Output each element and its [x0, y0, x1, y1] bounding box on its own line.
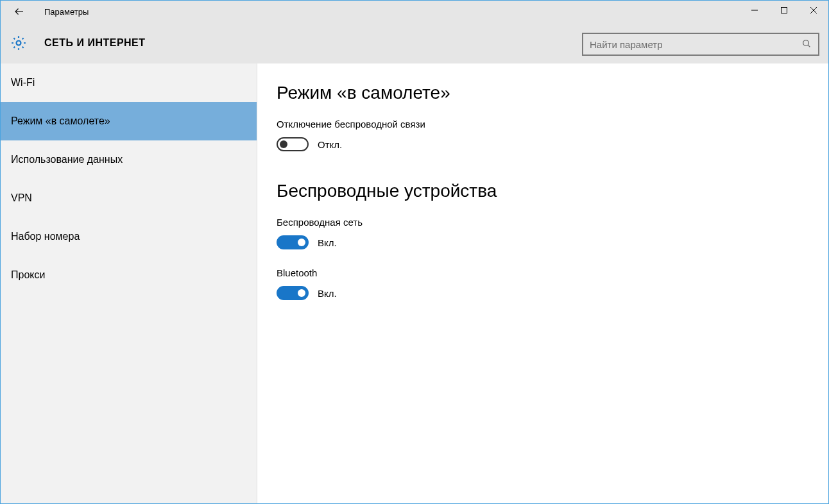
close-icon: [810, 6, 817, 14]
sidebar-item-dialup[interactable]: Набор номера: [1, 217, 257, 256]
bluetooth-toggle-row: Вкл.: [277, 286, 816, 300]
close-button[interactable]: [799, 1, 828, 20]
wireless-network-toggle-row: Вкл.: [277, 235, 816, 249]
sidebar-item-data-usage[interactable]: Использование данных: [1, 140, 257, 179]
sidebar: Wi-Fi Режим «в самолете» Использование д…: [1, 63, 257, 503]
sidebar-item-label: VPN: [11, 192, 32, 204]
svg-line-6: [808, 45, 810, 47]
airplane-toggle[interactable]: [277, 137, 309, 151]
section-title-wireless-devices: Беспроводные устройства: [277, 181, 816, 201]
maximize-icon: [780, 6, 788, 14]
sidebar-item-vpn[interactable]: VPN: [1, 179, 257, 217]
minimize-button[interactable]: [740, 1, 769, 20]
bluetooth-label: Bluetooth: [277, 267, 816, 278]
back-arrow-icon: [13, 6, 25, 17]
airplane-toggle-state: Откл.: [318, 139, 342, 150]
window-controls: [740, 1, 828, 20]
airplane-subtitle: Отключение беспроводной связи: [277, 119, 816, 130]
wireless-network-label: Беспроводная сеть: [277, 217, 816, 228]
bluetooth-toggle[interactable]: [277, 286, 309, 300]
sidebar-item-proxy[interactable]: Прокси: [1, 256, 257, 294]
airplane-toggle-row: Откл.: [277, 137, 816, 151]
sidebar-item-label: Набор номера: [11, 231, 80, 242]
header: Параметры СЕТЬ И ИНТЕРНЕТ: [1, 1, 828, 63]
minimize-icon: [751, 6, 758, 14]
search-icon: [801, 38, 812, 51]
svg-rect-1: [782, 8, 787, 13]
bluetooth-toggle-state: Вкл.: [318, 288, 337, 299]
search-input[interactable]: [590, 39, 801, 50]
titlebar: Параметры: [1, 1, 828, 22]
sidebar-item-wifi[interactable]: Wi-Fi: [1, 63, 257, 102]
sidebar-item-label: Прокси: [11, 269, 45, 281]
category-title: СЕТЬ И ИНТЕРНЕТ: [44, 37, 146, 49]
sidebar-item-label: Использование данных: [11, 154, 123, 165]
wireless-network-toggle-state: Вкл.: [318, 237, 337, 248]
search-box[interactable]: [582, 33, 819, 56]
sidebar-item-label: Wi-Fi: [11, 77, 35, 88]
gear-icon[interactable]: [10, 34, 28, 52]
wireless-network-toggle[interactable]: [277, 235, 309, 249]
sidebar-item-airplane-mode[interactable]: Режим «в самолете»: [1, 102, 257, 140]
back-button[interactable]: [10, 2, 29, 21]
svg-point-4: [17, 41, 21, 46]
maximize-button[interactable]: [769, 1, 799, 20]
content: Wi-Fi Режим «в самолете» Использование д…: [1, 63, 828, 503]
section-title-airplane: Режим «в самолете»: [277, 83, 816, 103]
svg-point-5: [803, 40, 809, 46]
sidebar-item-label: Режим «в самолете»: [11, 115, 110, 127]
window-title: Параметры: [44, 7, 89, 17]
main-panel: Режим «в самолете» Отключение беспроводн…: [257, 63, 828, 503]
